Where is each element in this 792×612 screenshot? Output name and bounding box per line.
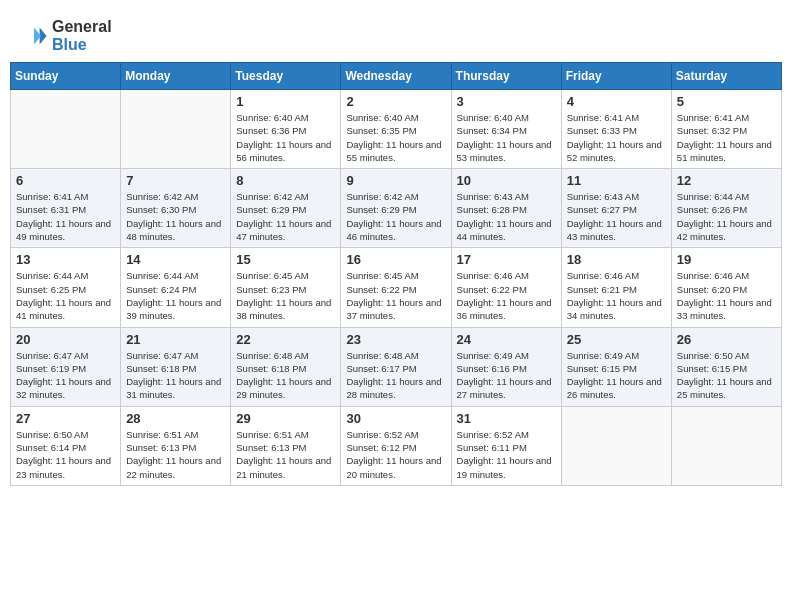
calendar-cell: 27Sunrise: 6:50 AMSunset: 6:14 PMDayligh… — [11, 406, 121, 485]
weekday-header: Wednesday — [341, 63, 451, 90]
day-number: 24 — [457, 332, 556, 347]
day-detail: Sunrise: 6:41 AMSunset: 6:32 PMDaylight:… — [677, 111, 776, 164]
day-number: 22 — [236, 332, 335, 347]
logo: General Blue — [20, 18, 112, 54]
calendar-cell — [11, 90, 121, 169]
calendar-cell: 11Sunrise: 6:43 AMSunset: 6:27 PMDayligh… — [561, 169, 671, 248]
day-number: 29 — [236, 411, 335, 426]
day-detail: Sunrise: 6:51 AMSunset: 6:13 PMDaylight:… — [126, 428, 225, 481]
weekday-header: Tuesday — [231, 63, 341, 90]
day-detail: Sunrise: 6:40 AMSunset: 6:34 PMDaylight:… — [457, 111, 556, 164]
day-number: 2 — [346, 94, 445, 109]
calendar-week-row: 13Sunrise: 6:44 AMSunset: 6:25 PMDayligh… — [11, 248, 782, 327]
calendar-cell: 14Sunrise: 6:44 AMSunset: 6:24 PMDayligh… — [121, 248, 231, 327]
calendar-week-row: 1Sunrise: 6:40 AMSunset: 6:36 PMDaylight… — [11, 90, 782, 169]
calendar-cell: 5Sunrise: 6:41 AMSunset: 6:32 PMDaylight… — [671, 90, 781, 169]
day-number: 28 — [126, 411, 225, 426]
day-number: 4 — [567, 94, 666, 109]
day-detail: Sunrise: 6:40 AMSunset: 6:35 PMDaylight:… — [346, 111, 445, 164]
day-detail: Sunrise: 6:51 AMSunset: 6:13 PMDaylight:… — [236, 428, 335, 481]
day-number: 27 — [16, 411, 115, 426]
calendar-cell: 16Sunrise: 6:45 AMSunset: 6:22 PMDayligh… — [341, 248, 451, 327]
day-detail: Sunrise: 6:52 AMSunset: 6:12 PMDaylight:… — [346, 428, 445, 481]
calendar-cell: 22Sunrise: 6:48 AMSunset: 6:18 PMDayligh… — [231, 327, 341, 406]
day-number: 18 — [567, 252, 666, 267]
logo-text: General Blue — [52, 18, 112, 54]
calendar-cell: 4Sunrise: 6:41 AMSunset: 6:33 PMDaylight… — [561, 90, 671, 169]
calendar-cell: 7Sunrise: 6:42 AMSunset: 6:30 PMDaylight… — [121, 169, 231, 248]
day-detail: Sunrise: 6:42 AMSunset: 6:29 PMDaylight:… — [236, 190, 335, 243]
day-detail: Sunrise: 6:49 AMSunset: 6:16 PMDaylight:… — [457, 349, 556, 402]
calendar-cell: 13Sunrise: 6:44 AMSunset: 6:25 PMDayligh… — [11, 248, 121, 327]
weekday-header: Saturday — [671, 63, 781, 90]
day-number: 17 — [457, 252, 556, 267]
day-detail: Sunrise: 6:48 AMSunset: 6:17 PMDaylight:… — [346, 349, 445, 402]
day-number: 23 — [346, 332, 445, 347]
day-number: 12 — [677, 173, 776, 188]
day-number: 13 — [16, 252, 115, 267]
calendar-cell: 24Sunrise: 6:49 AMSunset: 6:16 PMDayligh… — [451, 327, 561, 406]
day-detail: Sunrise: 6:41 AMSunset: 6:33 PMDaylight:… — [567, 111, 666, 164]
calendar-cell: 30Sunrise: 6:52 AMSunset: 6:12 PMDayligh… — [341, 406, 451, 485]
calendar-cell: 31Sunrise: 6:52 AMSunset: 6:11 PMDayligh… — [451, 406, 561, 485]
day-detail: Sunrise: 6:46 AMSunset: 6:22 PMDaylight:… — [457, 269, 556, 322]
day-detail: Sunrise: 6:50 AMSunset: 6:14 PMDaylight:… — [16, 428, 115, 481]
day-detail: Sunrise: 6:42 AMSunset: 6:30 PMDaylight:… — [126, 190, 225, 243]
day-number: 31 — [457, 411, 556, 426]
day-detail: Sunrise: 6:49 AMSunset: 6:15 PMDaylight:… — [567, 349, 666, 402]
day-number: 20 — [16, 332, 115, 347]
calendar-cell: 17Sunrise: 6:46 AMSunset: 6:22 PMDayligh… — [451, 248, 561, 327]
day-detail: Sunrise: 6:43 AMSunset: 6:28 PMDaylight:… — [457, 190, 556, 243]
day-detail: Sunrise: 6:46 AMSunset: 6:21 PMDaylight:… — [567, 269, 666, 322]
calendar-cell: 28Sunrise: 6:51 AMSunset: 6:13 PMDayligh… — [121, 406, 231, 485]
weekday-header: Sunday — [11, 63, 121, 90]
calendar-week-row: 27Sunrise: 6:50 AMSunset: 6:14 PMDayligh… — [11, 406, 782, 485]
day-number: 3 — [457, 94, 556, 109]
calendar-cell: 21Sunrise: 6:47 AMSunset: 6:18 PMDayligh… — [121, 327, 231, 406]
day-detail: Sunrise: 6:52 AMSunset: 6:11 PMDaylight:… — [457, 428, 556, 481]
day-detail: Sunrise: 6:42 AMSunset: 6:29 PMDaylight:… — [346, 190, 445, 243]
day-number: 21 — [126, 332, 225, 347]
day-number: 6 — [16, 173, 115, 188]
day-detail: Sunrise: 6:46 AMSunset: 6:20 PMDaylight:… — [677, 269, 776, 322]
day-detail: Sunrise: 6:47 AMSunset: 6:18 PMDaylight:… — [126, 349, 225, 402]
weekday-header: Friday — [561, 63, 671, 90]
calendar-table: SundayMondayTuesdayWednesdayThursdayFrid… — [10, 62, 782, 486]
day-detail: Sunrise: 6:44 AMSunset: 6:26 PMDaylight:… — [677, 190, 776, 243]
day-detail: Sunrise: 6:44 AMSunset: 6:25 PMDaylight:… — [16, 269, 115, 322]
calendar-cell: 12Sunrise: 6:44 AMSunset: 6:26 PMDayligh… — [671, 169, 781, 248]
day-number: 15 — [236, 252, 335, 267]
calendar-cell: 9Sunrise: 6:42 AMSunset: 6:29 PMDaylight… — [341, 169, 451, 248]
day-detail: Sunrise: 6:48 AMSunset: 6:18 PMDaylight:… — [236, 349, 335, 402]
day-number: 14 — [126, 252, 225, 267]
day-number: 25 — [567, 332, 666, 347]
day-detail: Sunrise: 6:44 AMSunset: 6:24 PMDaylight:… — [126, 269, 225, 322]
day-number: 11 — [567, 173, 666, 188]
day-detail: Sunrise: 6:40 AMSunset: 6:36 PMDaylight:… — [236, 111, 335, 164]
calendar-cell: 3Sunrise: 6:40 AMSunset: 6:34 PMDaylight… — [451, 90, 561, 169]
calendar-cell: 1Sunrise: 6:40 AMSunset: 6:36 PMDaylight… — [231, 90, 341, 169]
day-detail: Sunrise: 6:43 AMSunset: 6:27 PMDaylight:… — [567, 190, 666, 243]
day-detail: Sunrise: 6:47 AMSunset: 6:19 PMDaylight:… — [16, 349, 115, 402]
calendar-cell — [671, 406, 781, 485]
calendar-cell: 20Sunrise: 6:47 AMSunset: 6:19 PMDayligh… — [11, 327, 121, 406]
logo-icon — [20, 22, 48, 50]
calendar-cell: 10Sunrise: 6:43 AMSunset: 6:28 PMDayligh… — [451, 169, 561, 248]
page-header: General Blue — [10, 10, 782, 58]
calendar-cell — [121, 90, 231, 169]
calendar-cell — [561, 406, 671, 485]
day-number: 19 — [677, 252, 776, 267]
weekday-header: Monday — [121, 63, 231, 90]
calendar-cell: 2Sunrise: 6:40 AMSunset: 6:35 PMDaylight… — [341, 90, 451, 169]
day-number: 9 — [346, 173, 445, 188]
calendar-cell: 23Sunrise: 6:48 AMSunset: 6:17 PMDayligh… — [341, 327, 451, 406]
day-detail: Sunrise: 6:50 AMSunset: 6:15 PMDaylight:… — [677, 349, 776, 402]
calendar-cell: 25Sunrise: 6:49 AMSunset: 6:15 PMDayligh… — [561, 327, 671, 406]
calendar-week-row: 20Sunrise: 6:47 AMSunset: 6:19 PMDayligh… — [11, 327, 782, 406]
calendar-cell: 29Sunrise: 6:51 AMSunset: 6:13 PMDayligh… — [231, 406, 341, 485]
calendar-week-row: 6Sunrise: 6:41 AMSunset: 6:31 PMDaylight… — [11, 169, 782, 248]
day-number: 26 — [677, 332, 776, 347]
day-number: 30 — [346, 411, 445, 426]
calendar-cell: 19Sunrise: 6:46 AMSunset: 6:20 PMDayligh… — [671, 248, 781, 327]
calendar-cell: 8Sunrise: 6:42 AMSunset: 6:29 PMDaylight… — [231, 169, 341, 248]
